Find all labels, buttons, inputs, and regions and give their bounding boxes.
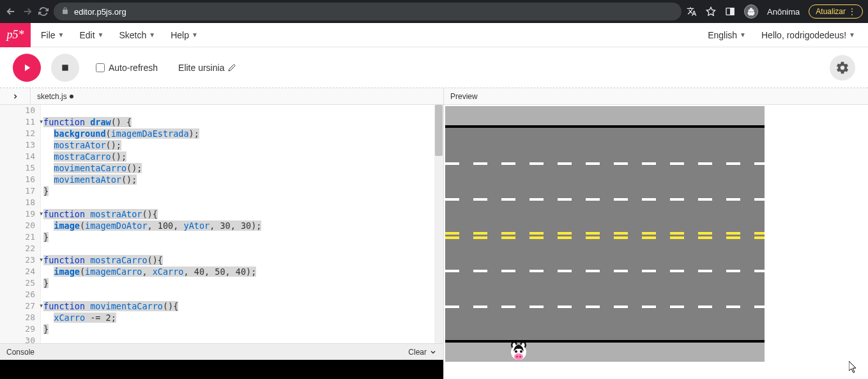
- menu-help[interactable]: Help▼: [171, 30, 198, 40]
- scrollbar[interactable]: [434, 105, 443, 343]
- svg-point-3: [750, 12, 750, 12]
- menu-sketch[interactable]: Sketch▼: [119, 30, 156, 40]
- url-bar[interactable]: editor.p5js.org: [54, 3, 681, 20]
- pencil-icon: [228, 64, 236, 72]
- lane-line: [445, 162, 765, 165]
- center-line: [445, 236, 765, 239]
- update-button[interactable]: Atualizar⋮: [809, 4, 863, 19]
- toolbar: Auto-refresh Elite ursinia: [0, 47, 868, 88]
- kebab-icon: ⋮: [848, 7, 856, 16]
- menu-bar: p5* File▼ Edit▼ Sketch▼ Help▼ English▼ H…: [0, 23, 868, 47]
- preview-pane: [444, 105, 868, 379]
- actor-sprite: [509, 341, 528, 360]
- preview-label: Preview: [444, 88, 868, 105]
- chevron-down-icon: ▼: [149, 31, 155, 38]
- chevron-down-icon: ▼: [58, 31, 65, 38]
- autorefresh-label: Auto-refresh: [109, 63, 158, 73]
- profile-icon[interactable]: [744, 4, 758, 19]
- menu-edit[interactable]: Edit▼: [79, 30, 103, 40]
- stop-button[interactable]: [51, 54, 79, 82]
- autorefresh-checkbox[interactable]: [96, 63, 105, 72]
- svg-rect-2: [731, 8, 734, 15]
- url-text: editor.p5js.org: [74, 7, 126, 17]
- svg-point-14: [516, 356, 518, 358]
- file-tab-row: sketch.js: [0, 88, 443, 105]
- svg-point-15: [519, 356, 521, 358]
- lane-line: [445, 270, 765, 272]
- forward-button[interactable]: [22, 6, 33, 17]
- chevron-down-icon: ▼: [740, 31, 746, 38]
- console-header[interactable]: Console Clear: [0, 343, 443, 360]
- lane-line: [445, 198, 765, 201]
- svg-point-13: [514, 353, 523, 360]
- chevron-down-icon: ▼: [192, 31, 198, 38]
- svg-point-4: [752, 12, 752, 12]
- console-label: Console: [6, 348, 34, 357]
- code-body[interactable]: function draw() { background(imagemDaEst…: [41, 105, 434, 343]
- panel-icon[interactable]: [725, 6, 735, 17]
- console-body[interactable]: [0, 360, 443, 379]
- browser-chrome: editor.p5js.org Anônima Atualizar⋮: [0, 0, 868, 23]
- user-menu[interactable]: Hello, rodrigodedeus!▼: [761, 30, 855, 40]
- profile-label: Anônima: [767, 7, 800, 17]
- unsaved-dot-icon: [70, 95, 73, 98]
- sidebar-toggle[interactable]: [0, 88, 31, 105]
- play-button[interactable]: [13, 54, 41, 82]
- chevron-down-icon: [429, 348, 437, 356]
- code-editor[interactable]: 1011121314151617181920212223242526272829…: [0, 105, 443, 343]
- line-gutter: 1011121314151617181920212223242526272829…: [0, 105, 41, 343]
- language-select[interactable]: English▼: [708, 30, 746, 40]
- lane-line: [445, 306, 765, 308]
- reload-button[interactable]: [38, 6, 49, 17]
- file-tab[interactable]: sketch.js: [31, 92, 80, 101]
- favorite-icon[interactable]: [706, 6, 716, 17]
- scrollbar-thumb[interactable]: [435, 105, 443, 156]
- back-button[interactable]: [5, 6, 17, 17]
- sketch-canvas[interactable]: [445, 106, 765, 362]
- svg-point-11: [515, 350, 517, 353]
- settings-button[interactable]: [830, 55, 855, 81]
- console-clear[interactable]: Clear: [408, 348, 437, 357]
- sketch-name[interactable]: Elite ursinia: [178, 63, 236, 73]
- center-line: [445, 232, 765, 235]
- chevron-down-icon: ▼: [98, 31, 104, 38]
- translate-icon[interactable]: [687, 6, 697, 17]
- svg-point-12: [520, 350, 522, 353]
- lock-icon: [61, 7, 69, 17]
- svg-rect-5: [62, 65, 68, 70]
- menu-file[interactable]: File▼: [41, 30, 64, 40]
- p5-logo[interactable]: p5*: [0, 23, 31, 47]
- chevron-down-icon: ▼: [849, 31, 855, 38]
- autorefresh-toggle[interactable]: Auto-refresh: [96, 63, 158, 73]
